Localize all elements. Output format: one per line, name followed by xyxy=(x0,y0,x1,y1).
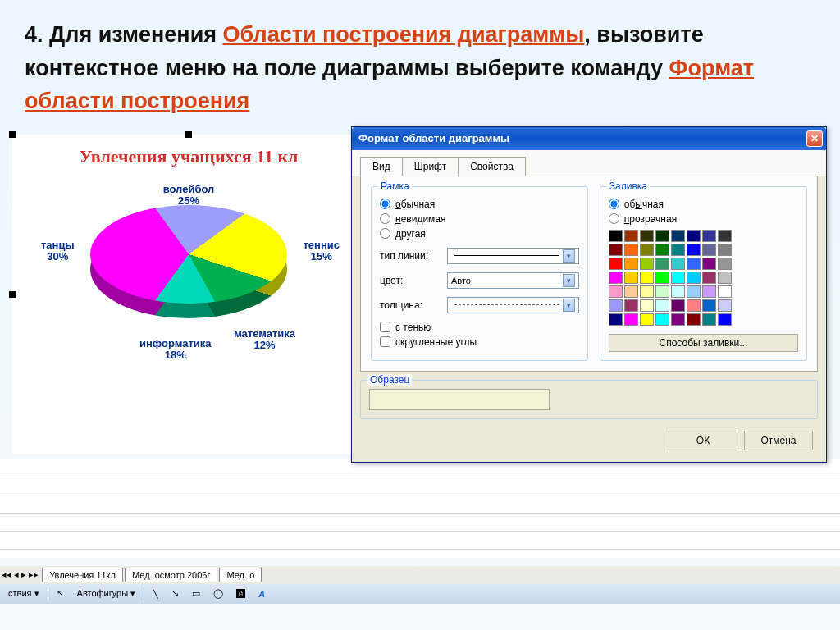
color-swatch[interactable] xyxy=(609,258,623,270)
color-swatch[interactable] xyxy=(609,230,623,242)
radio-transparent-fill[interactable]: прозрачная xyxy=(609,213,798,225)
select-icon[interactable]: ↖ xyxy=(52,587,69,601)
color-swatch[interactable] xyxy=(671,272,685,284)
dialog-titlebar[interactable]: Формат области диаграммы ✕ xyxy=(352,127,826,150)
color-swatch[interactable] xyxy=(718,258,732,270)
color-swatch[interactable] xyxy=(640,230,654,242)
radio-other-frame[interactable]: другая xyxy=(380,228,579,240)
ok-button[interactable]: ОК xyxy=(669,431,737,450)
fill-legend: Заливка xyxy=(607,180,650,192)
color-swatch[interactable] xyxy=(624,258,638,270)
dialog-tabs: Вид Шрифт Свойства xyxy=(352,150,826,176)
color-swatch[interactable] xyxy=(609,299,623,312)
color-swatch[interactable] xyxy=(655,244,669,256)
thickness-label: толщина: xyxy=(380,299,441,311)
line-type-label: тип линии: xyxy=(380,250,441,262)
color-swatch[interactable] xyxy=(624,285,638,298)
color-swatch[interactable] xyxy=(687,272,701,284)
pie-chart[interactable]: волейбол 25% теннис 15% математика 12% и… xyxy=(90,205,287,320)
color-label: цвет: xyxy=(380,275,441,286)
wordart-icon[interactable]: A xyxy=(253,587,270,601)
color-swatch[interactable] xyxy=(655,272,669,284)
color-swatch[interactable] xyxy=(655,313,669,326)
color-swatch[interactable] xyxy=(687,244,701,256)
radio-invisible-frame[interactable]: невидимая xyxy=(380,213,579,225)
color-swatch[interactable] xyxy=(609,244,623,256)
color-swatch[interactable] xyxy=(702,313,716,326)
color-swatch[interactable] xyxy=(687,258,701,270)
rounded-checkbox[interactable]: скругленные углы xyxy=(380,336,579,348)
fill-effects-button[interactable]: Способы заливки... xyxy=(609,334,798,352)
color-swatch[interactable] xyxy=(718,230,732,242)
arrow-icon[interactable]: ↘ xyxy=(167,587,184,601)
color-swatch[interactable] xyxy=(702,258,716,270)
color-swatch[interactable] xyxy=(624,244,638,256)
radio-normal-frame[interactable]: ообычнаябычная xyxy=(380,199,579,210)
color-swatch[interactable] xyxy=(640,285,654,298)
color-swatch[interactable] xyxy=(640,244,654,256)
color-swatch[interactable] xyxy=(702,272,716,284)
close-icon[interactable]: ✕ xyxy=(806,130,823,147)
color-swatch[interactable] xyxy=(671,299,685,312)
line-icon[interactable]: ╲ xyxy=(148,587,163,601)
color-swatch[interactable] xyxy=(640,272,654,284)
color-combo[interactable]: Авто ▾ xyxy=(447,272,579,289)
color-swatch[interactable] xyxy=(687,313,701,326)
color-swatch[interactable] xyxy=(624,299,638,312)
color-swatch[interactable] xyxy=(718,244,732,256)
color-swatch[interactable] xyxy=(718,285,732,298)
color-swatch[interactable] xyxy=(718,299,732,312)
actions-menu[interactable]: ствия ▾ xyxy=(3,587,44,601)
spreadsheet-grid[interactable] xyxy=(0,459,840,558)
sample-group: Образец xyxy=(360,380,818,419)
color-swatch[interactable] xyxy=(655,285,669,298)
chart-area[interactable]: Увлечения учащихся 11 кл волейбол 25% те… xyxy=(12,135,365,454)
chevron-down-icon[interactable]: ▾ xyxy=(563,249,575,262)
sheet-tab-3[interactable]: Мед. о xyxy=(219,568,262,582)
color-swatch[interactable] xyxy=(609,285,623,298)
radio-normal-fill[interactable]: обычная xyxy=(609,199,798,210)
color-swatch[interactable] xyxy=(640,258,654,270)
color-swatch[interactable] xyxy=(640,299,654,312)
color-swatch[interactable] xyxy=(702,285,716,298)
color-swatch[interactable] xyxy=(702,244,716,256)
sheet-tab-1[interactable]: Увлечения 11кл xyxy=(42,568,123,582)
color-swatch[interactable] xyxy=(671,244,685,256)
color-swatch[interactable] xyxy=(640,313,654,326)
rect-icon[interactable]: ▭ xyxy=(187,587,205,601)
tab-properties[interactable]: Свойства xyxy=(458,157,526,176)
textbox-icon[interactable]: 🅰 xyxy=(231,587,250,601)
color-swatch[interactable] xyxy=(624,230,638,242)
color-palette xyxy=(609,230,798,326)
color-swatch[interactable] xyxy=(609,313,623,326)
color-swatch[interactable] xyxy=(655,299,669,312)
color-swatch[interactable] xyxy=(702,299,716,312)
sheet-tab-2[interactable]: Мед. осмотр 2006г xyxy=(125,568,217,582)
color-swatch[interactable] xyxy=(702,230,716,242)
color-swatch[interactable] xyxy=(687,299,701,312)
color-swatch[interactable] xyxy=(671,313,685,326)
color-swatch[interactable] xyxy=(624,313,638,326)
tab-font[interactable]: Шрифт xyxy=(402,157,459,176)
chevron-down-icon[interactable]: ▾ xyxy=(563,274,575,287)
oval-icon[interactable]: ◯ xyxy=(208,587,228,601)
color-swatch[interactable] xyxy=(671,230,685,242)
cancel-button[interactable]: Отмена xyxy=(744,431,813,450)
color-swatch[interactable] xyxy=(609,272,623,284)
color-swatch[interactable] xyxy=(718,272,732,284)
color-swatch[interactable] xyxy=(624,272,638,284)
color-swatch[interactable] xyxy=(671,258,685,270)
autoshapes-menu[interactable]: Автофигуры ▾ xyxy=(72,587,141,601)
tab-view[interactable]: Вид xyxy=(360,157,403,176)
shadow-checkbox[interactable]: с тенью xyxy=(380,322,579,333)
color-swatch[interactable] xyxy=(671,285,685,298)
color-swatch[interactable] xyxy=(687,230,701,242)
color-swatch[interactable] xyxy=(655,230,669,242)
color-swatch[interactable] xyxy=(687,285,701,298)
color-swatch[interactable] xyxy=(718,313,732,326)
sheet-nav-icon[interactable]: ◂◂ ◂ ▸ ▸▸ xyxy=(0,569,40,580)
line-type-combo[interactable]: ▾ xyxy=(447,248,579,264)
thickness-combo[interactable]: ▾ xyxy=(447,297,579,313)
chevron-down-icon[interactable]: ▾ xyxy=(563,299,575,312)
color-swatch[interactable] xyxy=(655,258,669,270)
